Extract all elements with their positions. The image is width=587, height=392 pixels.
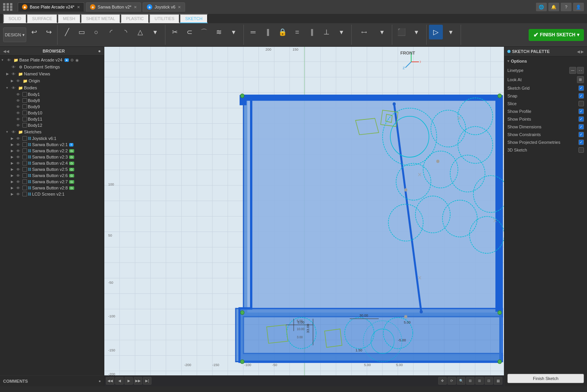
tree-body1[interactable]: 👁 Body1 [0,91,104,97]
linetype-dashed-btn[interactable]: - - [577,67,584,74]
btn-equal[interactable]: = [290,25,304,39]
bodies-eye[interactable]: 👁 [12,86,17,90]
btn-parallel[interactable]: ∥ [305,25,319,39]
btn-extend[interactable]: ⊂ [182,25,196,39]
joystick-sketch-eye[interactable]: 👁 [16,136,22,141]
canvas-area[interactable]: 200 150 100 50 -50 -100 -150 -200 -200 -… [104,47,504,386]
nav-prev[interactable]: ◀◀ [106,377,114,385]
show-dimensions-checkbox[interactable] [578,124,584,130]
sanwa8-eye[interactable]: 👁 [16,186,22,190]
finish-sketch-dropdown[interactable]: ▾ [577,32,579,37]
body10-eye[interactable]: 👁 [16,111,22,115]
tree-body8[interactable]: 👁 Body8 [0,97,104,104]
body8-eye[interactable]: 👁 [16,99,22,103]
btn-account[interactable]: 👤 [573,3,584,11]
tab-utilities[interactable]: UTILITIES [149,14,180,23]
tree-named-views[interactable]: ▶ 👁 📁 Named Views [0,70,104,77]
btn-constraints-drop[interactable]: ▾ [334,25,348,39]
sanwa4-eye[interactable]: 👁 [16,161,22,165]
sanwa5-eye[interactable]: 👁 [16,167,22,172]
nav-fwd[interactable]: ▶▶ [134,377,142,385]
btn-arc2[interactable]: ◝ [119,25,133,39]
btn-rectangle[interactable]: ▭ [75,25,88,39]
nav-pan[interactable]: ✥ [438,377,447,385]
btn-vertical[interactable]: ‖ [261,25,275,39]
tree-sanwa-6[interactable]: ▶ 👁 ⛓ Sanwa Button v2:6 G [0,172,104,179]
tab-mesh[interactable]: MESH [58,14,81,23]
tab-sheet-metal[interactable]: SHEET METAL [81,14,121,23]
btn-circle[interactable]: ○ [89,25,103,39]
tab-close-sanwa[interactable]: ✕ [134,5,137,9]
btn-help[interactable]: ? [561,3,572,11]
btn-select-drop[interactable]: ▾ [444,25,458,39]
tab-joystick[interactable]: ◆ Joystick v6 ✕ [143,2,185,12]
sketch-grid-checkbox[interactable] [578,85,584,91]
btn-redo[interactable]: ↪ [42,25,56,39]
tree-sanwa-4[interactable]: ▶ 👁 ⛓ Sanwa Button v2:4 G [0,160,104,166]
browser-back[interactable]: ◀◀ [3,49,9,53]
btn-select[interactable]: ▷ [429,25,443,39]
tab-close-joystick[interactable]: ✕ [178,5,181,9]
sanwa7-eye[interactable]: 👁 [16,180,22,184]
palette-finish-button[interactable]: Finish Sketch [507,374,584,383]
show-points-checkbox[interactable] [578,116,584,122]
sketches-eye[interactable]: 👁 [12,130,17,134]
tree-body9[interactable]: 👁 Body9 [0,104,104,110]
nav-back[interactable]: ◀ [115,377,124,385]
nav-display[interactable]: ▦ [494,377,502,385]
show-constraints-checkbox[interactable] [578,132,584,137]
look-at-btn[interactable]: ⊞ [577,76,584,83]
nav-end[interactable]: ▶| [143,377,151,385]
finish-sketch-btn[interactable]: ✔ FINISH SKETCH ▾ [529,29,584,41]
tree-sanwa-5[interactable]: ▶ 👁 ⛓ Sanwa Button v2:5 G [0,166,104,172]
btn-perp[interactable]: ⊥ [320,25,333,39]
tree-sanwa-2[interactable]: ▶ 👁 ⛓ Sanwa Button v2:2 G [0,148,104,154]
nav-fit[interactable]: ⊞ [466,377,475,385]
btn-create-drop[interactable]: ▾ [148,25,162,39]
tree-sanwa-1[interactable]: ▶ 👁 ⛓ Sanwa Button v2:1 T [0,141,104,148]
palette-section-title[interactable]: ▾ Options [507,59,584,63]
btn-inspect-drop[interactable]: ▾ [375,25,389,39]
named-views-eye[interactable]: 👁 [12,72,17,76]
tree-sanwa-7[interactable]: ▶ 👁 ⛓ Sanwa Button v2:7 G [0,179,104,185]
tree-joystick-sketch[interactable]: ▶ 👁 ⛓ Joystick v6:1 [0,135,104,141]
btn-arc[interactable]: ◜ [104,25,118,39]
nav-zoom[interactable]: 🔍 [457,377,465,385]
palette-left-arrow[interactable]: ◀ [577,49,580,54]
btn-lock[interactable]: 🔒 [276,25,289,39]
tab-sketch[interactable]: SKETCH [180,14,208,23]
tree-bodies[interactable]: ▾ 👁 📁 Bodies [0,84,104,91]
sanwa1-eye[interactable]: 👁 [16,143,22,147]
btn-horizontal[interactable]: ═ [246,25,260,39]
body1-eye[interactable]: 👁 [16,92,22,97]
body11-eye[interactable]: 👁 [16,117,22,121]
btn-triangle[interactable]: △ [133,25,147,39]
tree-sanwa-3[interactable]: ▶ 👁 ⛓ Sanwa Button v2:3 G [0,154,104,160]
sanwa6-eye[interactable]: 👁 [16,174,22,178]
btn-insert-drop[interactable]: ▾ [409,25,423,39]
tree-body10[interactable]: 👁 Body10 [0,110,104,116]
comments-expand[interactable]: ● [99,379,101,383]
sanwa2-eye[interactable]: 👁 [16,149,22,153]
nav-grid[interactable]: ⊞ [475,377,484,385]
btn-undo[interactable]: ↩ [27,25,41,39]
tab-close-base-plate[interactable]: ✕ [77,5,80,9]
tab-plastic[interactable]: PLASTIC [121,14,149,23]
sanwa3-eye[interactable]: 👁 [16,155,22,159]
tab-solid[interactable]: SOLID [3,14,27,23]
snap-checkbox[interactable] [578,93,584,99]
doc-settings-eye[interactable]: 👁 [12,65,17,69]
nav-orbit[interactable]: ⟳ [447,377,456,385]
btn-modify-drop[interactable]: ▾ [226,25,240,39]
show-projected-checkbox[interactable] [578,140,584,145]
btn-insert[interactable]: ⬛ [395,25,408,39]
tab-sanwa[interactable]: ◆ Sanwa Button v2* ✕ [86,2,141,12]
origin-eye[interactable]: 👁 [16,79,22,83]
3d-sketch-checkbox[interactable] [578,147,584,153]
btn-notification[interactable]: 🔔 [548,3,559,11]
palette-right-arrow[interactable]: ▶ [581,49,584,54]
slice-checkbox[interactable] [578,101,584,106]
tree-body12[interactable]: 👁 Body12 [0,122,104,128]
nav-play[interactable]: ▶ [124,377,133,385]
tree-body11[interactable]: 👁 Body11 [0,116,104,122]
